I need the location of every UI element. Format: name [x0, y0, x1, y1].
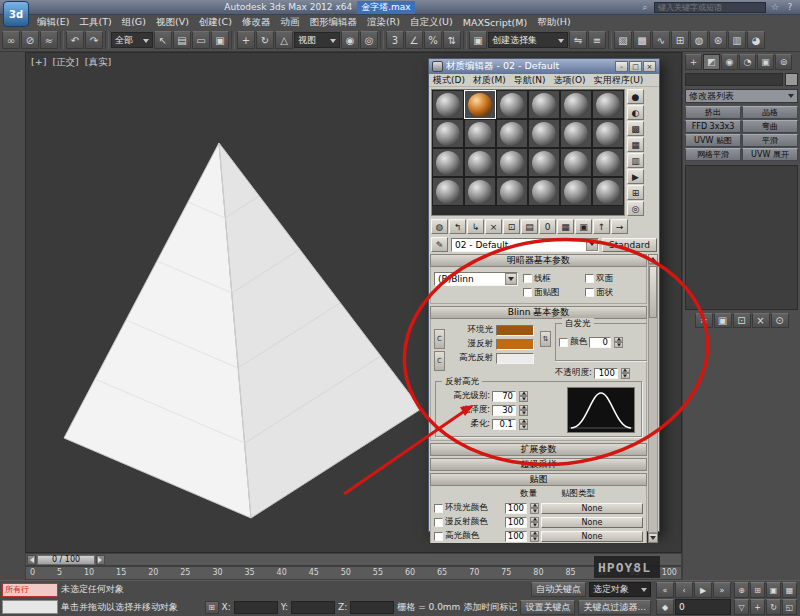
faceted-checkbox[interactable]: 面状	[585, 287, 643, 299]
spinner[interactable]	[519, 391, 528, 402]
rollout-header-supersampling[interactable]: 超级采样	[430, 458, 647, 471]
swap-colors-button[interactable]: ⇅	[540, 331, 551, 347]
render-setup-icon[interactable]: ⊛	[709, 31, 727, 49]
close-button[interactable]: ×	[643, 61, 656, 72]
menu-item-5[interactable]: 修改器	[237, 16, 276, 29]
background-icon[interactable]: ▩	[627, 121, 644, 136]
self-illum-color-checkbox[interactable]	[559, 338, 568, 347]
material-editor-menu-item-2[interactable]: 导航(N)	[510, 74, 550, 87]
add-time-tag[interactable]: 添加时间标记	[463, 601, 517, 614]
timeline-tick[interactable]: 15	[116, 567, 126, 579]
map-none-button[interactable]: None	[541, 503, 643, 514]
named-selection-dropdown[interactable]: 创建选择集	[488, 32, 568, 48]
map-none-button[interactable]: None	[541, 517, 643, 528]
opacity-field[interactable]: 100	[594, 368, 618, 379]
modifier-stack[interactable]	[685, 165, 798, 310]
undo-icon[interactable]: ↶	[66, 31, 84, 49]
select-and-manipulate-icon[interactable]: ◎	[360, 31, 378, 49]
frame-number-field[interactable]: 0	[675, 599, 731, 615]
z-coordinate-field[interactable]	[350, 601, 394, 614]
go-to-start-button[interactable]: «	[656, 582, 674, 598]
specular-color-swatch[interactable]	[496, 353, 534, 364]
go-forward-to-sibling-icon[interactable]: →	[611, 219, 628, 234]
select-and-scale-icon[interactable]: △	[275, 31, 293, 49]
select-and-rotate-icon[interactable]: ↻	[256, 31, 274, 49]
material-sample-slot[interactable]	[592, 90, 624, 119]
material-sample-slot[interactable]	[528, 148, 560, 177]
curve-editor-icon[interactable]: ∿	[652, 31, 670, 49]
material-sample-slot[interactable]	[464, 119, 496, 148]
tab-hierarchy[interactable]: ◉	[721, 54, 738, 70]
select-and-link-icon[interactable]: ∞	[2, 31, 20, 49]
search-input[interactable]	[654, 2, 766, 13]
timeline-tick[interactable]: 10	[84, 567, 94, 579]
material-sample-slot[interactable]	[432, 119, 464, 148]
configure-modifier-sets-icon[interactable]: ⊙	[771, 313, 789, 328]
timeline-tick[interactable]: 20	[148, 567, 158, 579]
rollout-header-shader[interactable]: 明暗器基本参数	[430, 254, 647, 267]
key-filters-button[interactable]: 关键点过滤器...	[578, 600, 651, 615]
tab-utilities[interactable]: ⊚	[775, 54, 792, 70]
material-sample-slot[interactable]	[592, 148, 624, 177]
maxscript-listener-line[interactable]	[2, 600, 58, 614]
remove-modifier-icon[interactable]: ×	[752, 313, 770, 328]
modifier-button-2[interactable]: FFD 3x3x3	[685, 120, 741, 133]
zoom-icon[interactable]: ⊕	[734, 582, 749, 598]
show-end-result-icon[interactable]: ▣	[575, 219, 592, 234]
timeline-tick[interactable]: 50	[341, 567, 351, 579]
spinner[interactable]	[519, 419, 528, 430]
two-sided-checkbox[interactable]: 双面	[585, 273, 643, 285]
object-name-field[interactable]	[685, 73, 783, 86]
go-to-end-button[interactable]: »	[713, 582, 731, 598]
material-sample-slot[interactable]	[464, 177, 496, 206]
material-sample-slot[interactable]	[528, 119, 560, 148]
auto-key-button[interactable]: 自动关键点	[531, 582, 586, 597]
menu-item-7[interactable]: 图形编辑器	[304, 16, 362, 29]
lock-diffuse-specular-button[interactable]: C	[434, 351, 445, 371]
material-editor-title-bar[interactable]: 材质编辑器 - 02 - Default – □ ×	[429, 59, 659, 74]
modifier-button-5[interactable]: 平滑	[742, 134, 798, 147]
viewport-menu-general[interactable]: [+]	[31, 56, 46, 69]
material-sample-slot[interactable]	[464, 148, 496, 177]
edit-named-selections-icon[interactable]: ▣	[469, 31, 487, 49]
material-editor-icon[interactable]: ◍	[690, 31, 708, 49]
show-end-result-icon[interactable]: ▣	[714, 313, 732, 328]
angle-snap-icon[interactable]: ∠	[405, 31, 423, 49]
spinner[interactable]	[614, 337, 623, 348]
face-map-checkbox[interactable]: 面贴图	[523, 287, 581, 299]
snap-toggle-icon[interactable]: 3	[386, 31, 404, 49]
select-by-name-icon[interactable]: ▤	[173, 31, 191, 49]
lock-ambient-diffuse-button[interactable]: C	[434, 329, 445, 349]
material-editor-menu-item-3[interactable]: 选项(O)	[550, 74, 590, 87]
menu-item-8[interactable]: 渲染(R)	[362, 16, 405, 29]
timeline-tick[interactable]: 5	[57, 567, 62, 579]
tab-motion[interactable]: ◔	[739, 54, 756, 70]
menu-item-4[interactable]: 创建(C)	[194, 16, 237, 29]
shader-type-dropdown[interactable]: (B)Blinn	[434, 272, 518, 286]
menu-item-3[interactable]: 视图(V)	[151, 16, 194, 29]
percent-snap-icon[interactable]: %	[424, 31, 442, 49]
glossiness-field[interactable]: 30	[492, 405, 516, 416]
sample-uv-tiling-icon[interactable]: ▦	[627, 137, 644, 152]
timeline-tick[interactable]: 0	[30, 567, 35, 579]
tab-modify[interactable]: ◩	[703, 54, 720, 70]
modifier-button-7[interactable]: UVW 展开	[742, 148, 798, 161]
spinner[interactable]	[621, 368, 630, 379]
maximize-viewport-toggle-icon[interactable]: ◱	[782, 599, 797, 615]
material-sample-slot[interactable]	[560, 90, 592, 119]
map-amount-field[interactable]: 100	[505, 517, 527, 528]
get-material-icon[interactable]: ◍	[431, 219, 448, 234]
next-frame-arrow-icon[interactable]	[96, 555, 105, 565]
bind-to-space-warp-icon[interactable]: ≈	[40, 31, 58, 49]
mirror-icon[interactable]: ⇋	[569, 31, 587, 49]
self-illum-value-field[interactable]: 0	[589, 337, 611, 348]
time-slider-handle[interactable]: 0 / 100	[37, 555, 95, 565]
orbit-icon[interactable]: ↻	[766, 599, 781, 615]
material-id-channel-icon[interactable]: 0	[539, 219, 556, 234]
schematic-view-icon[interactable]: ⊞	[671, 31, 689, 49]
menu-item-1[interactable]: 工具(T)	[74, 16, 116, 29]
material-sample-slot[interactable]	[496, 148, 528, 177]
redo-icon[interactable]: ↷	[85, 31, 103, 49]
menu-item-10[interactable]: MAXScript(M)	[458, 17, 532, 28]
pin-stack-icon[interactable]: ∗	[695, 313, 713, 328]
